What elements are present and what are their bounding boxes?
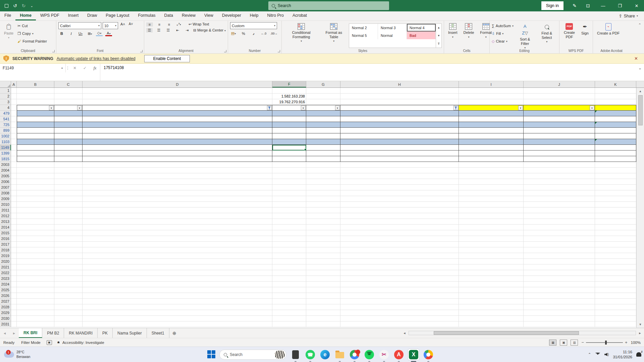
cell-A2023[interactable] bbox=[11, 276, 17, 282]
row-header-2013[interactable]: 2013 bbox=[0, 219, 11, 225]
cell-kode-1002[interactable] bbox=[54, 133, 83, 139]
menu-tab-insert[interactable]: Insert bbox=[64, 11, 83, 20]
cell-K2020[interactable] bbox=[595, 259, 636, 264]
row-header-2015[interactable]: 2015 bbox=[0, 230, 11, 236]
cell-F2023[interactable] bbox=[272, 276, 306, 282]
comma-style-icon[interactable]: ٫ bbox=[250, 31, 257, 36]
column-header-I[interactable]: I bbox=[459, 81, 524, 87]
redo-icon[interactable]: ↻ bbox=[22, 3, 26, 8]
cell-K1[interactable] bbox=[595, 88, 636, 94]
scroll-left-icon[interactable]: ◄ bbox=[400, 331, 409, 335]
cell-F2030[interactable] bbox=[272, 316, 306, 321]
cell-G2025[interactable] bbox=[306, 287, 340, 293]
cell-H2007[interactable] bbox=[340, 185, 459, 190]
row-header-2023[interactable]: 2023 bbox=[0, 276, 11, 282]
gallery-down-icon[interactable]: ▼ bbox=[436, 32, 441, 40]
normal-view-icon[interactable]: ▦ bbox=[549, 340, 556, 346]
cell-B2012[interactable] bbox=[17, 213, 54, 219]
cell-I2023[interactable] bbox=[459, 276, 524, 282]
cell-D2027[interactable] bbox=[83, 299, 272, 304]
cell-C2015[interactable] bbox=[54, 230, 83, 236]
macro-record-icon[interactable]: ▣ bbox=[47, 340, 52, 345]
cell-A2007[interactable] bbox=[11, 185, 17, 190]
cell-D2005[interactable] bbox=[83, 173, 272, 179]
cell-K2010[interactable] bbox=[595, 202, 636, 207]
column-header-B[interactable]: B bbox=[17, 81, 54, 87]
cell-J2015[interactable] bbox=[524, 230, 595, 236]
row-header-2021[interactable]: 2021 bbox=[0, 264, 11, 270]
copy-button[interactable]: ❐Copy▾ bbox=[17, 30, 47, 37]
align-center-icon[interactable]: ☰ bbox=[156, 28, 162, 33]
cell-B2009[interactable] bbox=[17, 196, 54, 202]
cell-A2014[interactable] bbox=[11, 225, 17, 230]
row-header-2022[interactable]: 2022 bbox=[0, 270, 11, 276]
column-header-K[interactable]: K bbox=[595, 81, 636, 87]
cell-J2017[interactable] bbox=[524, 242, 595, 247]
cell-style-normal-4[interactable]: Normal 4 bbox=[407, 24, 436, 32]
filter-dropdown-icon[interactable]: ▼ bbox=[77, 106, 82, 110]
header-kredit[interactable]: ▼ bbox=[272, 105, 306, 111]
cell-I2030[interactable] bbox=[459, 316, 524, 321]
increase-decimal-icon[interactable]: ←.0 bbox=[260, 32, 267, 35]
cell-K2013[interactable] bbox=[595, 219, 636, 225]
create-pdf-button[interactable]: PDF Create PDF bbox=[561, 22, 577, 48]
menu-tab-file[interactable]: File bbox=[0, 11, 15, 20]
cell-D2025[interactable] bbox=[83, 287, 272, 293]
cell-B2[interactable] bbox=[17, 94, 54, 99]
cell-G2031[interactable] bbox=[306, 321, 340, 327]
status-accessibility[interactable]: Accessibility: Investigate bbox=[62, 341, 104, 345]
column-header-H[interactable]: H bbox=[340, 81, 459, 87]
cell-kredit-1002[interactable] bbox=[272, 133, 306, 139]
column-header-D[interactable]: D bbox=[83, 81, 272, 87]
cell-F2009[interactable] bbox=[272, 196, 306, 202]
cell-G2011[interactable] bbox=[306, 207, 340, 213]
cell-D2030[interactable] bbox=[83, 316, 272, 321]
menu-tab-data[interactable]: Data bbox=[160, 11, 177, 20]
header-tanggal-transaksi[interactable]: ▼ bbox=[17, 105, 54, 111]
row-header-2027[interactable]: 2027 bbox=[0, 299, 11, 304]
cell-B2024[interactable] bbox=[17, 282, 54, 287]
decrease-decimal-icon[interactable]: .00→ bbox=[270, 32, 277, 35]
cell-C2020[interactable] bbox=[54, 259, 83, 264]
cell-A2026[interactable] bbox=[11, 293, 17, 299]
cell-B2019[interactable] bbox=[17, 253, 54, 259]
font-size-select[interactable]: 10▾ bbox=[103, 22, 118, 29]
cell-C2008[interactable] bbox=[54, 190, 83, 196]
cell-saldo-1103[interactable] bbox=[306, 139, 340, 145]
cell-C2031[interactable] bbox=[54, 321, 83, 327]
cell-I2031[interactable] bbox=[459, 321, 524, 327]
header-no-faktur[interactable] bbox=[595, 105, 636, 111]
column-header-A[interactable]: A bbox=[11, 81, 17, 87]
cell-A3[interactable] bbox=[11, 99, 17, 105]
cell-F2013[interactable] bbox=[272, 219, 306, 225]
cell-A2004[interactable] bbox=[11, 168, 17, 173]
row-header-3[interactable]: 3 bbox=[0, 99, 11, 105]
cell-H2029[interactable] bbox=[340, 310, 459, 316]
horizontal-scroll-track[interactable] bbox=[409, 331, 636, 335]
cell-C2017[interactable] bbox=[54, 242, 83, 247]
row-header-2017[interactable]: 2017 bbox=[0, 242, 11, 247]
cell-B2020[interactable] bbox=[17, 259, 54, 264]
cell-akun-725[interactable] bbox=[459, 122, 524, 128]
notifications-bell-icon[interactable]: Z bbox=[636, 352, 641, 357]
cell-uraian-1002[interactable] bbox=[83, 133, 272, 139]
fill-button[interactable]: ⇩Fill▾ bbox=[492, 30, 514, 37]
cell-I2029[interactable] bbox=[459, 310, 524, 316]
cell-C2019[interactable] bbox=[54, 253, 83, 259]
cell-A2005[interactable] bbox=[11, 173, 17, 179]
cell-D2029[interactable] bbox=[83, 310, 272, 316]
cell-C2024[interactable] bbox=[54, 282, 83, 287]
cell-suplier-1002[interactable] bbox=[524, 133, 595, 139]
sheet-tab-sheet1[interactable]: Sheet1 bbox=[147, 328, 169, 338]
cell-kredit-1103[interactable] bbox=[272, 139, 306, 145]
cell-tanggal-479[interactable] bbox=[17, 111, 54, 116]
page-break-view-icon[interactable]: ▥ bbox=[571, 340, 578, 346]
restore-button[interactable]: ❐ bbox=[612, 0, 627, 11]
cell-A2006[interactable] bbox=[11, 179, 17, 185]
borders-icon[interactable]: ⊞▾ bbox=[87, 32, 93, 36]
cell-K2016[interactable] bbox=[595, 236, 636, 242]
cell-C2025[interactable] bbox=[54, 287, 83, 293]
cell-tanggal-725[interactable] bbox=[17, 122, 54, 128]
row-header-2031[interactable]: 2031 bbox=[0, 321, 11, 327]
cell-K2[interactable] bbox=[595, 94, 636, 99]
